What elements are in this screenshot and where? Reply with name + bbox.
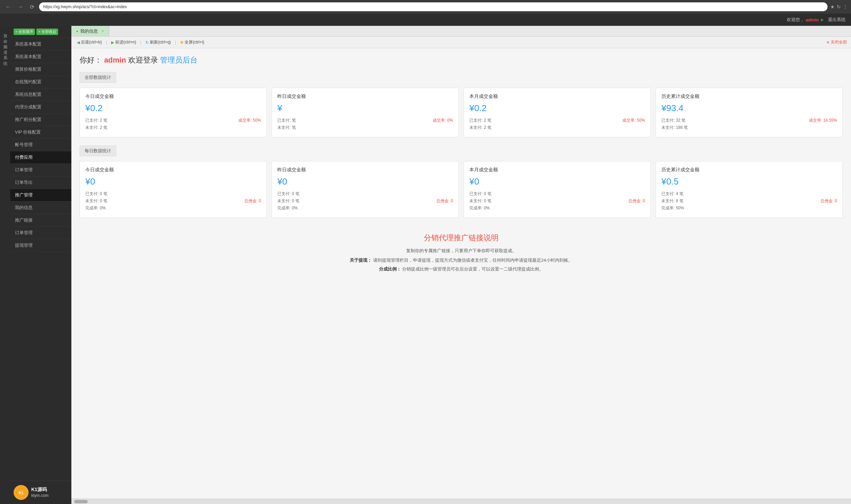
mgr-link: 管理员后台 (160, 56, 197, 64)
daily-today-commission: 总佣金: 0 (244, 198, 261, 204)
stat-yesterday-paid: 已支付: 笔 (277, 118, 296, 123)
settings-icon[interactable]: ⋮ (843, 4, 848, 10)
back-toolbar-btn[interactable]: ◀ 后退(ctrl+b) (75, 39, 103, 46)
sidebar-expand-collapse[interactable]: + 全部展开 + 全部收起 (10, 26, 71, 38)
sidebar-item-order-export[interactable]: 订单导出 (10, 176, 71, 189)
daily-month-commission: 总佣金: 0 (628, 198, 645, 204)
daily-card-today: 今日成交金额 ¥0 已支付: 0 笔 未支付: 0 笔 总佣金: 0 (80, 161, 267, 218)
sidebar-item-withdraw-mgmt[interactable]: 提现管理 (10, 239, 71, 252)
sidebar-item-points-config[interactable]: 推广积分配置 (10, 114, 71, 126)
logo-text: K1源码 klym.com (31, 486, 49, 499)
stat-month-rate: 成交率: 50% (622, 118, 645, 123)
bottom-scrollbar[interactable] (71, 499, 851, 504)
main-layout: 算 命 频 道 系 统 + 全部展开 + 全部收起 系统基本配置 系统基本配置 … (0, 26, 851, 504)
refresh-label: 刷新(ctrl+q) (150, 39, 171, 45)
refresh-toolbar-btn[interactable]: ↻ 刷新(ctrl+q) (144, 39, 172, 46)
refresh-icon: ↻ (145, 40, 149, 45)
stat-month-paid: 已支付: 2 笔 (469, 118, 491, 123)
daily-yesterday-paid: 已支付: 0 笔 (277, 191, 299, 197)
logout-arrow-icon: ➤ (820, 17, 824, 22)
all-stats-section: 全部数据统计 今日成交金额 ¥0.2 已支付: 2 笔 成交率: 50% 未支付… (80, 72, 843, 137)
logout-button[interactable]: 退出系统 (828, 17, 846, 23)
separator2: | (140, 40, 141, 45)
svg-text:K1: K1 (19, 491, 23, 495)
daily-history-value: ¥0.5 (661, 176, 837, 187)
nav-item-ming[interactable]: 命 (1, 34, 10, 39)
top-header: 欢迎您， admin ➤ 退出系统 (0, 14, 851, 26)
stat-yesterday-value: ¥ (277, 103, 453, 114)
browser-bar: ← → ⟳ https://xg.hwym.shop/acs/?ct=index… (0, 0, 851, 14)
logo-icon: K1 (14, 485, 29, 500)
tab-my-info[interactable]: ● 我的信息 ✕ (71, 26, 109, 36)
stat-history-unpaid: 未支付: 188 笔 (661, 125, 837, 131)
sidebar-item-my-info[interactable]: 我的信息 (10, 202, 71, 214)
sidebar-item-promo-mgmt[interactable]: 推广管理 (10, 189, 71, 202)
nav-item-tong[interactable]: 统 (1, 56, 10, 60)
separator3: | (175, 40, 176, 45)
browser-actions: ★ ↻ ⋮ (830, 4, 848, 10)
welcome-admin: admin (104, 56, 126, 64)
scroll-thumb[interactable] (74, 500, 88, 503)
sidebar-item-system-config[interactable]: 系统基本配置 (10, 38, 71, 51)
nav-item-xi[interactable]: 系 (1, 50, 10, 55)
fullscreen-toolbar-btn[interactable]: ✥ 全屏(ctrl+i) (179, 39, 206, 46)
promo-note1-label: 关于提现： (350, 258, 372, 263)
welcome-text: 欢迎您， (787, 17, 804, 23)
stat-month-row1: 已支付: 2 笔 成交率: 50% (469, 118, 645, 123)
nav-item-dao[interactable]: 道 (1, 45, 10, 50)
daily-yesterday-completion: 完成率: 0% (277, 205, 453, 211)
sidebar-item-vip-config[interactable]: VIP 价格配置 (10, 126, 71, 139)
refresh-icon[interactable]: ↻ (837, 4, 841, 10)
stat-today-title: 今日成交金额 (85, 93, 261, 100)
back-button[interactable]: ← (3, 2, 13, 11)
sidebar-item-order-mgmt2[interactable]: 订单管理 (10, 227, 71, 239)
promo-title: 分销代理推广链接说明 (86, 233, 836, 243)
forward-toolbar-btn[interactable]: ▶ 前进(ctrl+n) (110, 39, 138, 46)
daily-history-paid: 已支付: 4 笔 (661, 191, 683, 197)
forward-button[interactable]: → (16, 2, 25, 11)
stat-card-today: 今日成交金额 ¥0.2 已支付: 2 笔 成交率: 50% 未支付: 2 笔 (80, 88, 267, 137)
sidebar-item-price-config[interactable]: 测算价格配置 (10, 63, 71, 76)
close-all-icon: ✕ (826, 40, 830, 45)
nav-item-pin[interactable]: 频 (1, 39, 10, 44)
sidebar-item-appointment-config[interactable]: 在线预约配置 (10, 76, 71, 88)
fullscreen-label: 全屏(ctrl+i) (185, 39, 204, 45)
daily-history-title: 历史累计成交金额 (661, 167, 837, 173)
welcome-suffix: 欢迎登录 (128, 56, 158, 64)
stat-history-value: ¥93.4 (661, 103, 837, 114)
close-all-button[interactable]: ✕ 关闭全部 (826, 39, 847, 45)
daily-yesterday-row1: 已支付: 0 笔 (277, 191, 453, 197)
sidebar-item-promo-link[interactable]: 推广链接 (10, 214, 71, 227)
sidebar-item-paid-apps[interactable]: 付费应用 (10, 151, 71, 164)
expand-all-button[interactable]: + 全部展开 (14, 29, 35, 35)
stat-yesterday-title: 昨日成交金额 (277, 93, 453, 100)
refresh-button[interactable]: ⟳ (28, 2, 36, 12)
stat-yesterday-row1: 已支付: 笔 成交率: 0% (277, 118, 453, 123)
promo-section: 分销代理推广链接说明 复制你的专属推广链接，只要用户下单你即可获取提成。 关于提… (80, 226, 843, 282)
stat-card-history: 历史累计成交金额 ¥93.4 已支付: 32 笔 成交率: 14.55% 未支付… (656, 88, 843, 137)
daily-today-row2: 未支付: 0 笔 总佣金: 0 (85, 198, 261, 204)
promo-desc: 复制你的专属推广链接，只要用户下单你即可获取提成。 (86, 248, 836, 254)
sidebar-item-account-mgmt[interactable]: 帐号管理 (10, 139, 71, 151)
daily-today-completion: 完成率: 0% (85, 205, 261, 211)
stat-today-row1: 已支付: 2 笔 成交率: 50% (85, 118, 261, 123)
daily-today-value: ¥0 (85, 176, 261, 187)
sidebar-item-order-mgmt[interactable]: 订单管理 (10, 164, 71, 176)
sidebar-item-basic-config[interactable]: 系统基本配置 (10, 51, 71, 63)
daily-month-title: 本月成交金额 (469, 167, 645, 173)
close-all-label: 关闭全部 (831, 39, 847, 45)
address-bar[interactable]: https://xg.hwym.shop/acs/?ct=index&ac=in… (39, 2, 828, 11)
stat-card-yesterday: 昨日成交金额 ¥ 已支付: 笔 成交率: 0% 未支付: 笔 (272, 88, 459, 137)
daily-history-row2: 未支付: 8 笔 总佣金: 0 (661, 198, 837, 204)
bookmark-icon[interactable]: ★ (830, 4, 835, 10)
daily-month-completion: 完成率: 0% (469, 205, 645, 211)
sidebar-item-info-config[interactable]: 系统信息配置 (10, 88, 71, 101)
daily-history-unpaid: 未支付: 8 笔 (661, 198, 683, 204)
left-vertical-nav: 算 命 频 道 系 统 (0, 26, 10, 504)
collapse-all-button[interactable]: + 全部收起 (36, 29, 58, 35)
nav-item-suan[interactable]: 算 (1, 29, 10, 33)
daily-month-value: ¥0 (469, 176, 645, 187)
sidebar-item-agent-config[interactable]: 代理分成配置 (10, 101, 71, 114)
daily-card-history: 历史累计成交金额 ¥0.5 已支付: 4 笔 未支付: 8 笔 总佣金: 0 (656, 161, 843, 218)
daily-month-paid: 已支付: 0 笔 (469, 191, 491, 197)
